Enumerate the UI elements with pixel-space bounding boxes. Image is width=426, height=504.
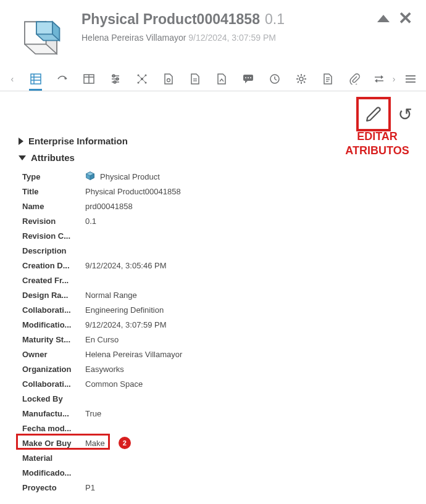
svg-line-46 bbox=[304, 81, 305, 83]
attribute-key: Manufactu... bbox=[22, 409, 80, 418]
svg-line-45 bbox=[298, 75, 299, 76]
svg-line-39 bbox=[275, 79, 277, 80]
attribute-value-text: Engineering Definition bbox=[85, 305, 164, 315]
svg-marker-4 bbox=[36, 22, 52, 34]
attribute-key: Organization bbox=[22, 365, 80, 374]
collapse-icon[interactable] bbox=[377, 15, 390, 22]
attribute-key: Owner bbox=[22, 350, 80, 359]
attributes-table: TypePhysical ProductTitlePhysical Produc… bbox=[19, 169, 426, 495]
toolbar-configure-icon[interactable] bbox=[109, 67, 122, 91]
svg-point-34 bbox=[245, 77, 246, 78]
attribute-key: Material bbox=[22, 453, 80, 463]
attribute-key: Design Ra... bbox=[22, 291, 80, 300]
attribute-value: P1 bbox=[80, 483, 95, 492]
svg-line-47 bbox=[298, 81, 299, 83]
attribute-row: TitlePhysical Product00041858 bbox=[22, 184, 426, 199]
attribute-row: Revision C... bbox=[22, 228, 426, 243]
attribute-value-text: Make bbox=[85, 439, 105, 448]
attribute-value-text: 0.1 bbox=[85, 217, 96, 226]
attribute-row: TypePhysical Product bbox=[22, 169, 426, 184]
chevron-right-icon bbox=[19, 138, 23, 145]
toolbar-table-icon[interactable] bbox=[82, 67, 95, 91]
toolbar-doc4-icon[interactable] bbox=[321, 67, 334, 91]
attribute-value-text: Easyworks bbox=[85, 365, 124, 374]
product-cube-icon bbox=[14, 11, 68, 59]
product-title: Physical Product00041858 bbox=[81, 11, 260, 28]
attribute-row: Collaborati...Engineering Definition bbox=[22, 302, 426, 317]
attribute-key: Maturity St... bbox=[22, 335, 80, 344]
attribute-value-text: Common Space bbox=[85, 379, 143, 389]
attribute-value: prd00041858 bbox=[80, 202, 133, 211]
attribute-value: 9/12/2024, 3:07:59 PM bbox=[80, 320, 167, 329]
attribute-row: Material bbox=[22, 450, 426, 465]
attribute-value: Normal Range bbox=[80, 291, 137, 300]
attribute-value-text: Physical Product bbox=[100, 172, 160, 181]
svg-marker-33 bbox=[245, 81, 248, 83]
svg-point-35 bbox=[248, 77, 249, 78]
product-revision: 0.1 bbox=[265, 11, 285, 28]
attribute-key: Modificado... bbox=[22, 468, 80, 477]
edit-attributes-button[interactable] bbox=[356, 97, 391, 131]
attribute-row: Manufactu...True bbox=[22, 406, 426, 421]
attribute-row: Locked By bbox=[22, 391, 426, 406]
header-timestamp: 9/12/2024, 3:07:59 PM bbox=[188, 33, 276, 43]
svg-line-25 bbox=[138, 75, 142, 79]
attribute-row: OrganizationEasyworks bbox=[22, 361, 426, 376]
attribute-row: Fecha mod... bbox=[22, 421, 426, 436]
toolbar-doc1-icon[interactable] bbox=[162, 67, 175, 91]
panel-header: Physical Product00041858 0.1 Helena Pere… bbox=[0, 0, 426, 64]
close-icon[interactable]: ✕ bbox=[398, 10, 412, 27]
chevron-down-icon bbox=[19, 155, 26, 160]
toolbar-doc2-icon[interactable] bbox=[188, 67, 201, 91]
section-enterprise-label: Enterprise Information bbox=[28, 136, 128, 146]
toolbar-menu-icon[interactable] bbox=[404, 67, 417, 91]
attribute-value: Make bbox=[80, 439, 105, 448]
svg-line-48 bbox=[304, 75, 305, 76]
attribute-value: Physical Product bbox=[80, 171, 160, 183]
section-attributes-label: Attributes bbox=[31, 152, 75, 163]
attribute-row: Modificado... bbox=[22, 465, 426, 480]
toolbar-history-icon[interactable] bbox=[268, 67, 281, 91]
annotation-badge: 2 bbox=[119, 437, 131, 449]
svg-line-26 bbox=[142, 75, 146, 79]
attribute-value-text: 9/12/2024, 3:05:46 PM bbox=[85, 261, 167, 270]
toolbar-comment-icon[interactable] bbox=[241, 67, 254, 91]
undo-icon[interactable]: ↻ bbox=[398, 104, 412, 125]
attribute-value: Physical Product00041858 bbox=[80, 187, 181, 196]
attribute-key: Name bbox=[22, 202, 80, 211]
attribute-row: Collaborati...Common Space bbox=[22, 376, 426, 391]
svg-line-27 bbox=[138, 79, 142, 83]
attribute-value: True bbox=[80, 409, 101, 418]
toolbar-properties-icon[interactable] bbox=[29, 67, 42, 91]
attribute-row: Description bbox=[22, 243, 426, 258]
attribute-value: 9/12/2024, 3:05:46 PM bbox=[80, 261, 167, 270]
svg-point-36 bbox=[250, 77, 251, 78]
toolbar-attachment-icon[interactable] bbox=[348, 67, 361, 91]
attribute-value-text: Normal Range bbox=[85, 291, 137, 300]
attribute-row: OwnerHelena Pereiras Villamayor bbox=[22, 347, 426, 361]
attribute-row: Nameprd00041858 bbox=[22, 199, 426, 213]
toolbar-sync-icon[interactable] bbox=[374, 67, 384, 91]
attribute-value-text: prd00041858 bbox=[85, 202, 133, 211]
attribute-row: Maturity St...En Curso bbox=[22, 332, 426, 347]
attribute-key: Collaborati... bbox=[22, 305, 80, 315]
toolbar-share-icon[interactable] bbox=[56, 67, 69, 91]
edit-annotation-label: EDITAR ATRIBUTOS bbox=[337, 130, 417, 159]
attribute-value-text: 9/12/2024, 3:07:59 PM bbox=[85, 320, 167, 329]
toolbar-doc3-icon[interactable] bbox=[215, 67, 228, 91]
attribute-row: Created Fr... bbox=[22, 273, 426, 287]
toolbar-prev-icon[interactable]: ‹ bbox=[9, 67, 15, 91]
attribute-row: Design Ra...Normal Range bbox=[22, 287, 426, 302]
attribute-value: 0.1 bbox=[80, 217, 96, 226]
toolbar-next-icon[interactable]: › bbox=[390, 67, 398, 91]
attribute-key: Revision bbox=[22, 217, 80, 226]
attribute-row: Revision0.1 bbox=[22, 213, 426, 228]
toolbar-relations-icon[interactable] bbox=[135, 67, 148, 91]
svg-marker-53 bbox=[375, 79, 377, 83]
cube-icon bbox=[85, 171, 95, 183]
toolbar-gear-icon[interactable] bbox=[294, 67, 307, 91]
attribute-key: Type bbox=[22, 172, 80, 181]
action-row: ↻ bbox=[0, 91, 426, 128]
attribute-value-text: Physical Product00041858 bbox=[85, 187, 181, 196]
toolbar: ‹ › bbox=[0, 67, 426, 91]
